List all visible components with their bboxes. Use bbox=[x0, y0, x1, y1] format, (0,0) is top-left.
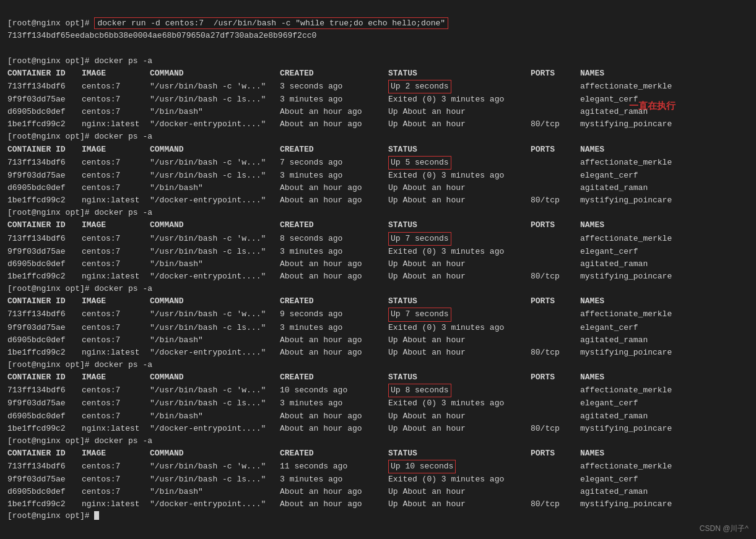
header-col-3: CREATED bbox=[280, 144, 388, 156]
cell-4-0-2: "/usr/bin/bash -c 'w..." bbox=[150, 384, 280, 397]
table-header-2: CONTAINER IDIMAGECOMMANDCREATEDSTATUSPOR… bbox=[7, 219, 749, 231]
cell-4-0-1: centos:7 bbox=[82, 384, 150, 397]
table-row-1-2: d6905bdc0defcentos:7"/bin/bash"About an … bbox=[7, 182, 749, 194]
cmd-line-2: [root@nginx opt]# docker ps -a bbox=[7, 207, 749, 219]
cell-2-0-1: centos:7 bbox=[82, 233, 150, 245]
cell-4-0-3: 10 seconds ago bbox=[280, 384, 388, 397]
cell-0-2-3: About an hour ago bbox=[280, 106, 388, 118]
cell-3-0-2: "/usr/bin/bash -c 'w..." bbox=[150, 308, 280, 321]
cell-0-0-0: 713ff134bdf6 bbox=[7, 80, 82, 93]
cell-2-2-6: agitated_raman bbox=[580, 258, 704, 270]
cell-1-0-2: "/usr/bin/bash -c 'w..." bbox=[150, 157, 280, 169]
cell-5-1-1: centos:7 bbox=[82, 473, 150, 486]
cell-1-3-4: Up About an hour bbox=[388, 194, 531, 207]
cell-0-0-3: 3 seconds ago bbox=[280, 80, 388, 93]
cell-4-1-1: centos:7 bbox=[82, 397, 150, 410]
header-col-6: NAMES bbox=[580, 67, 704, 80]
header-col-3: CREATED bbox=[280, 447, 388, 460]
cell-2-3-3: About an hour ago bbox=[280, 270, 388, 283]
header-col-4: STATUS bbox=[388, 371, 531, 384]
cell-2-1-1: centos:7 bbox=[82, 246, 150, 258]
status-boxed-4-0: Up 8 seconds bbox=[388, 384, 451, 397]
cell-5-2-1: centos:7 bbox=[82, 486, 150, 498]
cell-2-3-4: Up About an hour bbox=[388, 270, 531, 283]
header-col-4: STATUS bbox=[388, 219, 531, 231]
cell-3-1-0: 9f9f03dd75ae bbox=[7, 322, 82, 334]
initial-command-line: [root@nginx opt]# docker run -d centos:7… bbox=[7, 17, 749, 30]
cell-5-2-3: About an hour ago bbox=[280, 486, 388, 498]
cell-2-1-6: elegant_cerf bbox=[580, 246, 704, 258]
header-col-6: NAMES bbox=[580, 144, 704, 156]
final-prompt-line: [root@nginx opt]# bbox=[7, 511, 749, 520]
cell-3-1-3: 3 minutes ago bbox=[280, 322, 388, 334]
cell-0-3-5: 80/tcp bbox=[531, 118, 580, 131]
cell-3-0-0: 713ff134bdf6 bbox=[7, 308, 82, 321]
cmd-line-3: [root@nginx opt]# docker ps -a bbox=[7, 283, 749, 295]
header-col-3: CREATED bbox=[280, 295, 388, 308]
cell-3-2-6: agitated_raman bbox=[580, 334, 704, 347]
cell-5-2-2: "/bin/bash" bbox=[150, 486, 280, 498]
table-row-1-1: 9f9f03dd75aecentos:7"/usr/bin/bash -c ls… bbox=[7, 170, 749, 182]
cell-0-3-4: Up About an hour bbox=[388, 118, 531, 131]
cell-4-2-2: "/bin/bash" bbox=[150, 410, 280, 423]
cell-3-2-2: "/bin/bash" bbox=[150, 334, 280, 347]
cell-1-1-1: centos:7 bbox=[82, 170, 150, 182]
header-col-0: CONTAINER ID bbox=[7, 144, 82, 156]
header-col-1: IMAGE bbox=[82, 371, 150, 384]
cell-0-3-0: 1be1ffcd99c2 bbox=[7, 118, 82, 131]
header-col-3: CREATED bbox=[280, 371, 388, 384]
table-row-4-1: 9f9f03dd75aecentos:7"/usr/bin/bash -c ls… bbox=[7, 397, 749, 410]
cell-3-0-6: affectionate_merkle bbox=[580, 308, 704, 321]
cell-5-3-1: nginx:latest bbox=[82, 498, 150, 511]
header-col-5: PORTS bbox=[531, 67, 580, 80]
cmd-line-1: [root@nginx opt]# docker ps -a bbox=[7, 131, 749, 143]
cell-1-0-3: 7 seconds ago bbox=[280, 157, 388, 169]
cell-4-1-2: "/usr/bin/bash -c ls..." bbox=[150, 397, 280, 410]
cell-1-1-6: elegant_cerf bbox=[580, 170, 704, 182]
header-col-1: IMAGE bbox=[82, 67, 150, 80]
table-header-1: CONTAINER IDIMAGECOMMANDCREATEDSTATUSPOR… bbox=[7, 144, 749, 156]
header-col-0: CONTAINER ID bbox=[7, 219, 82, 231]
cell-1-3-2: "/docker-entrypoint...." bbox=[150, 194, 280, 207]
table-row-0-3: 1be1ffcd99c2nginx:latest"/docker-entrypo… bbox=[7, 118, 749, 131]
cell-1-3-1: nginx:latest bbox=[82, 194, 150, 207]
cmd-line-4: [root@nginx opt]# docker ps -a bbox=[7, 359, 749, 371]
cell-1-3-3: About an hour ago bbox=[280, 194, 388, 207]
cell-1-3-0: 1be1ffcd99c2 bbox=[7, 194, 82, 207]
header-col-2: COMMAND bbox=[150, 67, 280, 80]
cell-0-0-6: affectionate_merkle bbox=[580, 80, 704, 93]
watermark: CSDN @川子^ bbox=[700, 524, 749, 534]
cell-5-3-0: 1be1ffcd99c2 bbox=[7, 498, 82, 511]
cell-4-2-4: Up About an hour bbox=[388, 410, 531, 423]
status-boxed-1-0: Up 5 seconds bbox=[388, 156, 451, 170]
cell-0-0-2: "/usr/bin/bash -c 'w..." bbox=[150, 80, 280, 93]
header-col-6: NAMES bbox=[580, 447, 704, 460]
cell-0-3-6: mystifying_poincare bbox=[580, 118, 704, 131]
cell-2-3-1: nginx:latest bbox=[82, 270, 150, 283]
header-col-2: COMMAND bbox=[150, 371, 280, 384]
cell-4-3-4: Up About an hour bbox=[388, 423, 531, 435]
table-row-5-0: 713ff134bdf6centos:7"/usr/bin/bash -c 'w… bbox=[7, 460, 749, 473]
cell-3-0-3: 9 seconds ago bbox=[280, 308, 388, 321]
cell-5-3-3: About an hour ago bbox=[280, 498, 388, 511]
cell-0-3-1: nginx:latest bbox=[82, 118, 150, 131]
cell-1-2-2: "/bin/bash" bbox=[150, 182, 280, 194]
cell-4-2-1: centos:7 bbox=[82, 410, 150, 423]
header-col-5: PORTS bbox=[531, 295, 580, 308]
table-row-4-2: d6905bdc0defcentos:7"/bin/bash"About an … bbox=[7, 410, 749, 423]
table-header-4: CONTAINER IDIMAGECOMMANDCREATEDSTATUSPOR… bbox=[7, 371, 749, 384]
cell-4-2-3: About an hour ago bbox=[280, 410, 388, 423]
cell-0-0-1: centos:7 bbox=[82, 80, 150, 93]
final-prompt: [root@nginx opt]# bbox=[7, 511, 94, 520]
status-boxed-0-0: Up 2 seconds bbox=[388, 80, 451, 93]
cell-1-2-3: About an hour ago bbox=[280, 182, 388, 194]
cell-2-2-1: centos:7 bbox=[82, 258, 150, 270]
cell-3-1-2: "/usr/bin/bash -c ls..." bbox=[150, 322, 280, 334]
cell-5-2-0: d6905bdc0def bbox=[7, 486, 82, 498]
table-row-5-1: 9f9f03dd75aecentos:7"/usr/bin/bash -c ls… bbox=[7, 473, 749, 486]
header-col-4: STATUS bbox=[388, 447, 531, 460]
header-col-6: NAMES bbox=[580, 219, 704, 231]
cell-0-1-1: centos:7 bbox=[82, 93, 150, 106]
cell-2-0-4: Up 7 seconds bbox=[388, 232, 531, 246]
cell-3-1-6: elegant_cerf bbox=[580, 322, 704, 334]
